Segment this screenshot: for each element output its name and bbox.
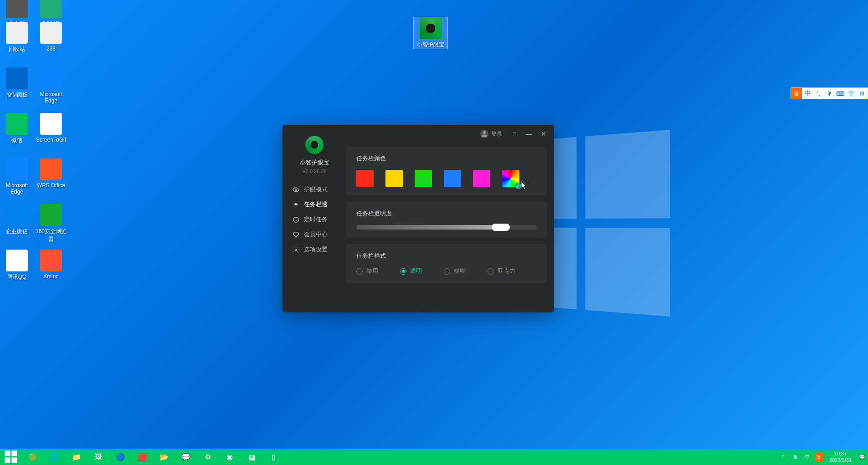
slider-thumb[interactable] bbox=[492, 224, 510, 231]
color-swatch-custom[interactable]: ✓ bbox=[502, 170, 519, 187]
diamond-icon bbox=[293, 231, 299, 238]
desktop-icon-label: 企业微信 bbox=[0, 228, 34, 235]
desktop-icon-label: 腾讯QQ bbox=[0, 273, 34, 281]
desktop-icon-label: Xmind bbox=[34, 273, 68, 280]
taskbar-app-wps[interactable]: 🟥 bbox=[131, 449, 153, 465]
taskbar-app-360[interactable]: 🟢 bbox=[22, 449, 44, 465]
ime-punct-icon[interactable]: °, bbox=[813, 88, 824, 99]
app-sidebar: 小智护眼宝 V2.0.26.38 护眼模式任务栏透定时任务会员中心选项设置 bbox=[282, 125, 346, 312]
radio-label: 亚克力 bbox=[498, 267, 515, 275]
desktop-icon[interactable]: WPS Office bbox=[34, 158, 68, 189]
nav-label: 定时任务 bbox=[304, 216, 328, 224]
ime-skin-icon[interactable]: 👕 bbox=[846, 88, 857, 99]
menu-button[interactable]: ≡ bbox=[508, 128, 520, 140]
desktop-icon-label: WPS Office bbox=[34, 182, 68, 189]
tray-lang-button[interactable]: 中 bbox=[801, 449, 813, 465]
desktop-icon[interactable]: 控制面板 bbox=[0, 67, 34, 99]
nav-label: 会员中心 bbox=[304, 231, 328, 239]
ime-keyboard-icon[interactable]: ⌨ bbox=[835, 88, 846, 99]
taskbar-app-generic1[interactable]: ▦ bbox=[241, 449, 262, 465]
desktop-icon[interactable]: Microsoft Edge bbox=[0, 158, 34, 195]
taskbar-app-folder[interactable]: 📂 bbox=[153, 449, 175, 465]
ime-toolbar[interactable]: S 中 °, 🎙 ⌨ 👕 ⚙ bbox=[791, 87, 868, 99]
minimize-button[interactable]: — bbox=[523, 128, 535, 140]
desktop-icon-label: 360安全浏览器 bbox=[34, 228, 68, 243]
nav-item[interactable]: 选项设置 bbox=[288, 242, 341, 257]
clock-date: 2023/3/31 bbox=[829, 457, 852, 463]
tray-notifications-icon[interactable]: 💬 bbox=[856, 449, 868, 465]
tray-sogou-icon[interactable]: S bbox=[814, 452, 823, 461]
taskbar-app-settings[interactable]: ⚙ bbox=[197, 449, 219, 465]
opacity-slider[interactable] bbox=[356, 225, 537, 230]
login-label: 登录 bbox=[491, 130, 502, 138]
taskbar-app-store[interactable]: 🔵 bbox=[109, 449, 131, 465]
color-swatch[interactable] bbox=[473, 170, 490, 187]
app-name: 小智护眼宝 bbox=[282, 158, 346, 167]
taskbar[interactable]: 🟢 🌐 📁 🖼 🔵 🟥 📂 💬 ⚙ ◉ ▦ ▯ ^ 🖥 中 S 10:37 20… bbox=[0, 449, 868, 465]
taskbar-app-snip[interactable]: 🖼 bbox=[87, 449, 109, 465]
radio-option[interactable]: 禁用 bbox=[356, 267, 378, 275]
color-swatch[interactable] bbox=[385, 170, 403, 187]
svg-point-1 bbox=[295, 189, 297, 191]
desktop-icon[interactable]: 233 bbox=[34, 22, 68, 52]
taskbar-app-edge[interactable]: 🌐 bbox=[44, 449, 66, 465]
taskbar-app-generic2[interactable]: ▯ bbox=[262, 449, 284, 465]
user-icon bbox=[480, 130, 488, 138]
gear-icon bbox=[293, 246, 299, 253]
radio-dot-icon bbox=[444, 268, 450, 275]
nav-label: 护眼模式 bbox=[304, 186, 328, 194]
desktop-icon-label: 控制面板 bbox=[0, 91, 34, 99]
app-version: V2.0.26.38 bbox=[282, 169, 346, 174]
radio-label: 模糊 bbox=[454, 267, 466, 275]
clock-icon bbox=[293, 216, 299, 223]
radio-option[interactable]: 亚克力 bbox=[488, 267, 515, 275]
panel-title: 任务栏透明度 bbox=[356, 210, 537, 218]
radio-dot-icon bbox=[488, 268, 494, 275]
tray-chevron-icon[interactable]: ^ bbox=[777, 449, 789, 465]
color-swatch[interactable] bbox=[415, 170, 432, 187]
radio-option[interactable]: 模糊 bbox=[444, 267, 466, 275]
desktop-icon-label: 回收站 bbox=[0, 46, 34, 53]
desktop-icon-label: Microsoft Edge bbox=[0, 182, 34, 195]
svg-rect-7 bbox=[12, 458, 17, 463]
nav-item[interactable]: 定时任务 bbox=[288, 212, 341, 227]
radio-label: 透明 bbox=[410, 267, 422, 275]
color-swatch[interactable] bbox=[356, 170, 374, 187]
color-swatch[interactable] bbox=[444, 170, 461, 187]
desktop-icon-label: ScreenToGif bbox=[34, 137, 68, 143]
nav-item[interactable]: 会员中心 bbox=[288, 227, 341, 242]
taskbar-app-eyecare[interactable]: ◉ bbox=[219, 449, 241, 465]
svg-rect-6 bbox=[5, 458, 10, 463]
desktop-icon[interactable]: 360安全浏览器 bbox=[34, 204, 68, 243]
login-button[interactable]: 登录 bbox=[480, 130, 502, 138]
start-button[interactable] bbox=[0, 449, 22, 465]
taskbar-clock[interactable]: 10:37 2023/3/31 bbox=[825, 450, 856, 464]
nav-item[interactable]: 护眼模式 bbox=[288, 182, 341, 197]
svg-rect-5 bbox=[12, 451, 17, 456]
ime-toolbox-icon[interactable]: ⚙ bbox=[857, 88, 868, 99]
desktop-icon-selected[interactable]: 小智护眼宝 bbox=[414, 17, 447, 49]
eye-icon bbox=[293, 186, 299, 193]
tray-monitor-icon[interactable]: 🖥 bbox=[789, 449, 801, 465]
nav-label: 选项设置 bbox=[304, 246, 328, 254]
close-button[interactable]: ✕ bbox=[538, 128, 550, 140]
desktop-icon[interactable]: 企业微信 bbox=[0, 204, 34, 235]
desktop-icon[interactable]: ScreenToGif bbox=[34, 113, 68, 143]
nav-label: 任务栏透 bbox=[304, 201, 328, 209]
desktop-icon-label: 小智护眼宝 bbox=[414, 41, 447, 49]
desktop-icon[interactable]: Microsoft Edge bbox=[34, 67, 68, 104]
sparkle-icon bbox=[293, 201, 299, 208]
desktop-icon[interactable]: 腾讯QQ bbox=[0, 250, 34, 281]
panel-taskbar-style: 任务栏样式 禁用透明模糊亚克力 bbox=[346, 244, 547, 283]
radio-option[interactable]: 透明 bbox=[400, 267, 422, 275]
desktop-icon[interactable]: 回收站 bbox=[0, 22, 34, 53]
desktop-icon[interactable]: 微信 bbox=[0, 113, 34, 144]
nav-item[interactable]: 任务栏透 bbox=[288, 197, 341, 212]
ime-mode-button[interactable]: 中 bbox=[802, 88, 813, 99]
radio-dot-icon bbox=[400, 268, 406, 275]
ime-mic-icon[interactable]: 🎙 bbox=[824, 88, 835, 99]
taskbar-app-wechat[interactable]: 💬 bbox=[175, 449, 197, 465]
desktop-icon-label: 233 bbox=[34, 46, 68, 52]
desktop-icon[interactable]: Xmind bbox=[34, 250, 68, 280]
taskbar-app-explorer[interactable]: 📁 bbox=[66, 449, 87, 465]
